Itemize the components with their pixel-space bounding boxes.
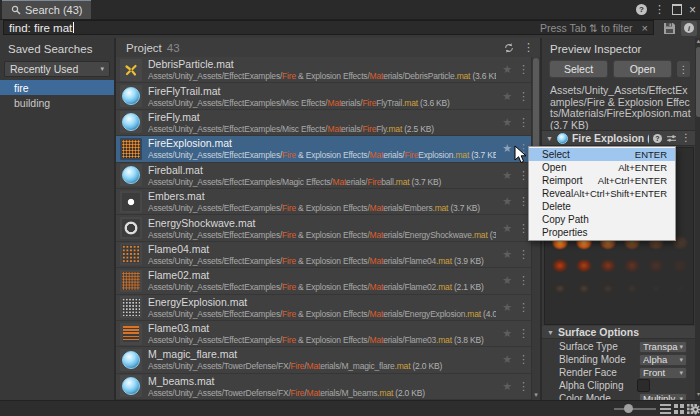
tab-label: Search (43) [25,4,82,16]
result-row[interactable]: FireExplosion.matAssets/Unity_Assets/Eff… [116,136,531,162]
surface-options-header[interactable]: ▼ Surface Options [542,326,695,339]
result-row[interactable]: FireFlyTrail.matAssets/Unity_Assets/Effe… [116,83,531,109]
field-dropdown[interactable]: Alpha▾ [639,354,687,366]
thumbnail-size-slider[interactable] [614,408,656,410]
row-menu-icon[interactable]: ⋮ [518,274,528,287]
dropdown-value: Alpha [643,354,667,365]
grid-view-icon[interactable] [674,404,684,414]
favorite-star-icon[interactable]: ★ [502,195,512,208]
search-input[interactable]: find: fire mat Press Tab ⇅ to filter × [3,20,654,35]
context-menu-item[interactable]: Copy Path [529,213,675,226]
maximize-icon[interactable] [672,4,682,15]
foldout-icon[interactable]: ▼ [546,135,553,142]
menu-item-label: Properties [542,227,588,238]
context-menu-item[interactable]: ReimportAlt+Ctrl+ENTER [529,174,675,187]
saved-searches-sort-dropdown[interactable]: Recently Used ▾ [4,61,110,77]
favorite-star-icon[interactable]: ★ [502,327,512,340]
favorite-star-icon[interactable]: ★ [502,248,512,261]
saved-search-item[interactable]: building [0,95,114,110]
result-row[interactable]: FireFly.matAssets/Unity_Assets/EffectExa… [116,110,531,136]
context-menu-item[interactable]: Properties [529,226,675,239]
material-header[interactable]: ▼ Fire Explosion (Ma ? ⋮ [542,130,695,146]
favorite-star-icon[interactable]: ★ [502,169,512,182]
context-menu-item[interactable]: Delete [529,200,675,213]
presets-icon[interactable] [666,134,677,143]
result-path: Assets/Unity_Assets/EffectExamples/Fire … [148,256,496,266]
result-row[interactable]: EnergyShockwave.matAssets/Unity_Assets/E… [116,215,531,241]
tab-search[interactable]: Search (43) [2,0,91,19]
sphere-icon [122,166,140,184]
gear-icon[interactable] [690,404,700,415]
row-menu-icon[interactable]: ⋮ [518,195,528,208]
result-path: Assets/Unity_Assets/EffectExamples/Misc … [148,124,496,134]
favorite-star-icon[interactable]: ★ [502,142,512,155]
results-menu-icon[interactable]: ⋮ [523,42,534,53]
context-menu-item[interactable]: SelectENTER [529,148,675,161]
row-menu-icon[interactable]: ⋮ [518,222,528,235]
inspector-scrollbar[interactable]: ▲ ▾ [695,38,700,400]
result-text: M_magic_flare.matAssets/Unity_Assets/Tow… [148,348,496,371]
scrollbar-thumb[interactable] [696,47,700,117]
scroll-down-icon[interactable]: ▾ [532,391,540,399]
result-row[interactable]: Flame04.matAssets/Unity_Assets/EffectExa… [116,242,531,268]
row-menu-icon[interactable]: ⋮ [518,353,528,366]
result-text: DebrisParticle.matAssets/Unity_Assets/Ef… [148,58,496,81]
field-dropdown[interactable]: Transpa▾ [639,341,687,353]
result-row[interactable]: Flame02.matAssets/Unity_Assets/EffectExa… [116,268,531,294]
sync-search-icon[interactable] [503,42,515,54]
row-menu-icon[interactable]: ⋮ [518,380,528,393]
result-row[interactable]: DebrisParticle.matAssets/Unity_Assets/Ef… [116,57,531,83]
inspector-kebab-icon[interactable]: ⋮ [677,61,690,77]
inspector-title: Preview Inspector [542,38,700,58]
window-menu-icon[interactable]: ⋮ [654,4,665,15]
row-menu-icon[interactable]: ⋮ [518,90,528,103]
material-help-icon[interactable]: ? [653,134,662,143]
result-row[interactable]: Flame03.matAssets/Unity_Assets/EffectExa… [116,321,531,347]
favorite-star-icon[interactable]: ★ [502,380,512,393]
scroll-up-icon[interactable]: ▲ [695,38,700,44]
result-row[interactable]: EnergyExplosion.matAssets/Unity_Assets/E… [116,295,531,321]
open-button[interactable]: Open [613,60,672,78]
favorite-star-icon[interactable]: ★ [502,90,512,103]
row-menu-icon[interactable]: ⋮ [518,169,528,182]
close-icon[interactable]: × [689,4,696,16]
dropdown-value: Transpa [643,341,678,352]
save-search-icon[interactable] [663,22,676,35]
favorite-star-icon[interactable]: ★ [502,116,512,129]
mouse-cursor [514,145,528,165]
info-toggle[interactable]: i [681,21,697,36]
favorite-star-icon[interactable]: ★ [502,274,512,287]
field-dropdown[interactable]: Front▾ [639,367,687,379]
asset-thumbnail [120,323,142,345]
row-menu-icon[interactable]: ⋮ [518,301,528,314]
favorite-star-icon[interactable]: ★ [502,353,512,366]
asset-thumbnail [120,138,142,160]
favorite-star-icon[interactable]: ★ [502,63,512,76]
result-row[interactable]: M_magic_flare.matAssets/Unity_Assets/Tow… [116,347,531,373]
material-kebab-icon[interactable]: ⋮ [681,133,691,143]
slider-thumb[interactable] [624,404,633,413]
result-row[interactable]: Embers.matAssets/Unity_Assets/EffectExam… [116,189,531,215]
favorite-star-icon[interactable]: ★ [502,301,512,314]
field-checkbox[interactable] [637,379,650,392]
select-button[interactable]: Select [549,60,608,78]
results-header: Project 43 ⋮ [116,38,540,58]
result-text: Fireball.matAssets/Unity_Assets/EffectEx… [148,164,496,187]
row-menu-icon[interactable]: ⋮ [518,327,528,340]
row-menu-icon[interactable]: ⋮ [518,63,528,76]
tab-bar: Search (43) ? ⋮ × [0,0,700,20]
scroll-down-icon[interactable]: ▾ [695,390,700,397]
result-text: Flame03.matAssets/Unity_Assets/EffectExa… [148,322,496,345]
help-icon[interactable]: ? [636,4,647,15]
context-menu-item[interactable]: RevealAlt+Ctrl+Shift+ENTER [529,187,675,200]
list-view-icon[interactable] [660,404,671,414]
result-row[interactable]: Fireball.matAssets/Unity_Assets/EffectEx… [116,163,531,189]
result-row[interactable]: M_beams.matAssets/Unity_Assets/TowerDefe… [116,374,531,400]
clear-search-icon[interactable]: × [642,22,648,34]
row-menu-icon[interactable]: ⋮ [518,248,528,261]
context-menu-item[interactable]: OpenAlt+ENTER [529,161,675,174]
row-menu-icon[interactable]: ⋮ [518,116,528,129]
saved-search-item[interactable]: fire [0,80,114,95]
favorite-star-icon[interactable]: ★ [502,222,512,235]
foldout-icon[interactable]: ▼ [547,329,554,336]
